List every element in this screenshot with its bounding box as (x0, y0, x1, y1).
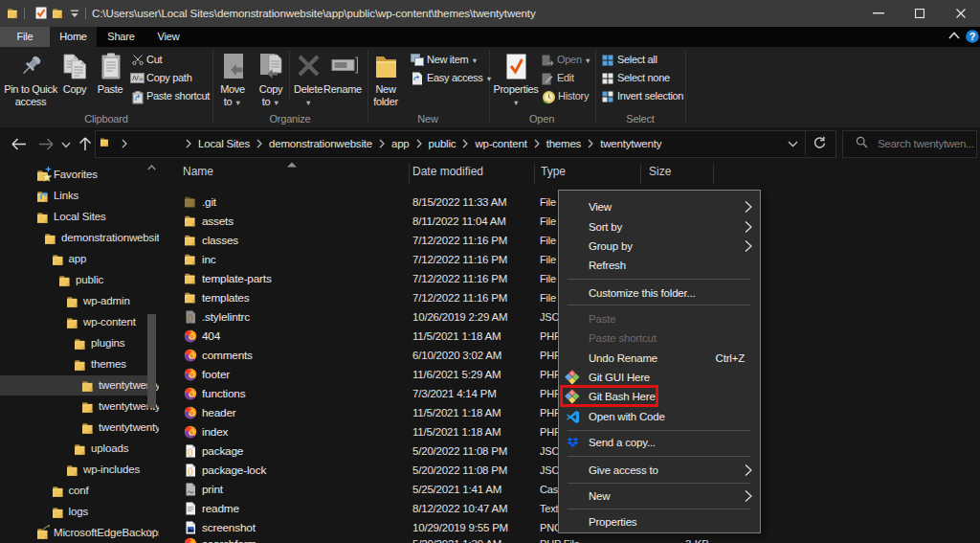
svg-text:?: ? (969, 31, 976, 42)
